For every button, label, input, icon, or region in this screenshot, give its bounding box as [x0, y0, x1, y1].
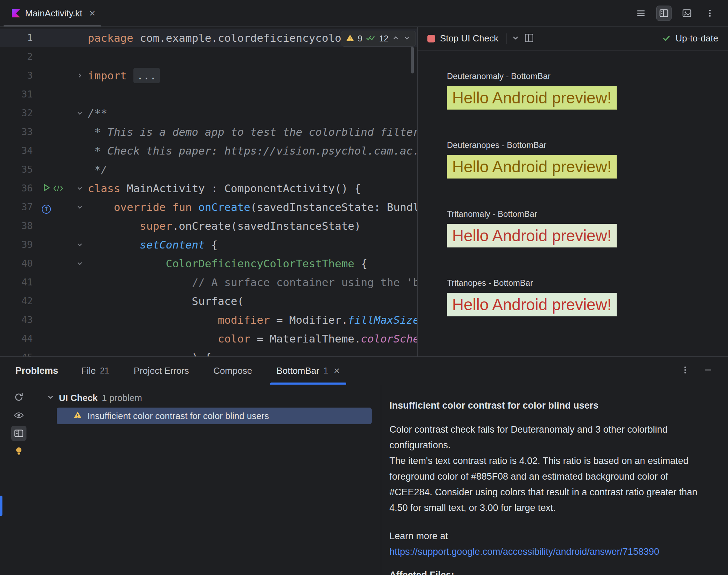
stop-ui-check-button[interactable]: Stop UI Check: [440, 33, 498, 44]
code-line[interactable]: 41 // A surface container using the 'bac…: [0, 273, 417, 292]
tool-tab-file[interactable]: File21: [79, 357, 111, 385]
minimize-icon[interactable]: [704, 365, 713, 376]
code-line[interactable]: 45 ) {: [0, 348, 417, 356]
code-line[interactable]: 32/**: [0, 104, 417, 123]
fold-chevron-down-icon[interactable]: [72, 198, 88, 216]
up-to-date-check-icon: [662, 34, 671, 44]
learn-more-link[interactable]: https://support.google.com/accessibility…: [389, 546, 659, 557]
code-line[interactable]: 33 * This is a demo app to test the colo…: [0, 123, 417, 141]
code-line[interactable]: 35 */: [0, 160, 417, 179]
markup-gutter-icon[interactable]: [53, 179, 63, 198]
quick-fix-bulb-icon[interactable]: [11, 444, 26, 459]
preview-render-box[interactable]: Hello Android preview!: [447, 293, 617, 316]
tool-window-title[interactable]: Problems: [15, 365, 58, 376]
code-line[interactable]: 42 Surface(: [0, 292, 417, 310]
learn-more-label: Learn more at: [389, 528, 705, 544]
problem-row-label: Insufficient color contrast for color bl…: [87, 411, 269, 422]
code-text: // A surface container using the 'backgr…: [88, 273, 417, 292]
problems-tree: UI Check 1 problem Insufficient color co…: [37, 385, 381, 575]
structure-menu-icon[interactable]: [633, 6, 649, 21]
preview-render-box[interactable]: Hello Android preview!: [447, 155, 617, 179]
kotlin-file-icon: [12, 9, 20, 17]
line-number: 41: [0, 273, 35, 292]
editor-tab-mainactivity[interactable]: MainActivity.kt ×: [0, 0, 104, 26]
affected-files-label: Affected Files:: [389, 567, 714, 575]
tool-tab-bottombar[interactable]: BottomBar1×: [274, 357, 342, 385]
code-text: modifier = Modifier.fillMaxSize(): [88, 310, 417, 329]
tool-tab-project-errors[interactable]: Project Errors: [132, 357, 191, 385]
override-gutter-icon[interactable]: ↑: [42, 198, 51, 216]
prev-problem-chevron-up-icon[interactable]: [392, 34, 400, 43]
code-line[interactable]: 38 super.onCreate(savedInstanceState): [0, 216, 417, 235]
code-line[interactable]: 44 color = MaterialTheme.colorScheme: [0, 329, 417, 348]
code-line[interactable]: 43 modifier = Modifier.fillMaxSize(): [0, 310, 417, 329]
problem-row-selected[interactable]: Insufficient color contrast for color bl…: [57, 408, 372, 424]
code-line[interactable]: 31: [0, 85, 417, 104]
code-text: class MainActivity : ComponentActivity()…: [88, 179, 417, 198]
preview-render-box[interactable]: Hello Android preview!: [447, 224, 617, 247]
preview-label: Tritanopes - BottomBar: [447, 278, 728, 288]
fold-chevron-down-icon[interactable]: [72, 104, 88, 123]
more-options-kebab-icon[interactable]: [702, 6, 718, 21]
line-number: 34: [0, 141, 35, 160]
code-editor[interactable]: 1package com.example.colordeficiencycolo…: [0, 27, 418, 356]
preview-image-icon[interactable]: [679, 6, 695, 21]
tool-window-stripe-indicator[interactable]: [0, 496, 2, 516]
fold-chevron-right-icon[interactable]: [72, 66, 88, 85]
line-number: 32: [0, 104, 35, 123]
tree-group-row[interactable]: UI Check 1 problem: [46, 390, 381, 405]
code-text: */: [88, 160, 417, 179]
code-lines: 1package com.example.colordeficiencycolo…: [0, 27, 417, 356]
inspections-widget[interactable]: 9 12: [341, 31, 416, 47]
code-line[interactable]: 2: [0, 47, 417, 66]
code-line[interactable]: 3import ...: [0, 66, 417, 85]
tool-tab-compose[interactable]: Compose: [211, 357, 254, 385]
tool-tab-label: Project Errors: [134, 365, 189, 376]
open-preview-panel-icon[interactable]: [11, 426, 26, 441]
code-line[interactable]: 39 setContent {: [0, 235, 417, 254]
tab-close-icon[interactable]: ×: [334, 365, 340, 377]
layout-grid-icon[interactable]: [525, 33, 534, 44]
code-line[interactable]: 40 ColorDeficiencyColorTestTheme {: [0, 254, 417, 273]
code-text: [88, 85, 417, 104]
passed-count: 12: [379, 34, 388, 44]
preview-render-box[interactable]: Hello Android preview!: [447, 86, 617, 110]
code-line[interactable]: 36class MainActivity : ComponentActivity…: [0, 179, 417, 198]
line-number: 2: [0, 47, 35, 66]
stop-icon[interactable]: [427, 35, 435, 42]
problem-title: Insufficient color contrast for color bl…: [389, 398, 714, 413]
tool-tab-count: 21: [100, 366, 109, 376]
code-text: ) {: [88, 348, 417, 356]
editor-scrollbar[interactable]: [411, 47, 414, 73]
next-problem-chevron-down-icon[interactable]: [403, 34, 411, 43]
editor-tab-bar: MainActivity.kt ×: [0, 0, 728, 27]
fold-chevron-down-icon[interactable]: [72, 235, 88, 254]
tree-group-count: 1 problem: [102, 393, 142, 403]
fold-chevron-down-icon[interactable]: [72, 179, 88, 198]
line-number: 39: [0, 235, 35, 254]
chevron-down-icon[interactable]: [46, 393, 55, 403]
ui-check-panel: Stop UI Check Up-to-date Deuteranomaly -…: [418, 27, 728, 356]
line-number: 35: [0, 160, 35, 179]
tool-window-kebab-icon[interactable]: [681, 365, 690, 376]
preview-eye-icon[interactable]: [11, 408, 26, 423]
rerun-check-icon[interactable]: [11, 389, 26, 405]
code-text: /**: [88, 104, 417, 123]
code-line[interactable]: 37↑ override fun onCreate(savedInstanceS…: [0, 198, 417, 216]
code-text: * Check this paper: https://vision.psych…: [88, 141, 417, 160]
code-text: ColorDeficiencyColorTestTheme {: [88, 254, 417, 273]
fold-chevron-down-icon[interactable]: [72, 254, 88, 273]
preview-item: Deuteranomaly - BottomBarHello Android p…: [447, 71, 728, 110]
warning-count: 9: [358, 34, 362, 44]
up-to-date-status: Up-to-date: [675, 33, 718, 44]
tab-close-icon[interactable]: ×: [89, 7, 95, 19]
line-number: 33: [0, 123, 35, 141]
split-editor-layout-icon[interactable]: [656, 6, 672, 21]
tool-tab-label: Compose: [214, 365, 252, 376]
warning-icon: [346, 34, 354, 44]
line-number: 38: [0, 216, 35, 235]
problem-description-1: Color contrast check fails for Deuterano…: [389, 422, 705, 453]
run-gutter-icon[interactable]: [42, 179, 51, 198]
code-line[interactable]: 34 * Check this paper: https://vision.ps…: [0, 141, 417, 160]
chevron-down-icon[interactable]: [511, 34, 520, 44]
